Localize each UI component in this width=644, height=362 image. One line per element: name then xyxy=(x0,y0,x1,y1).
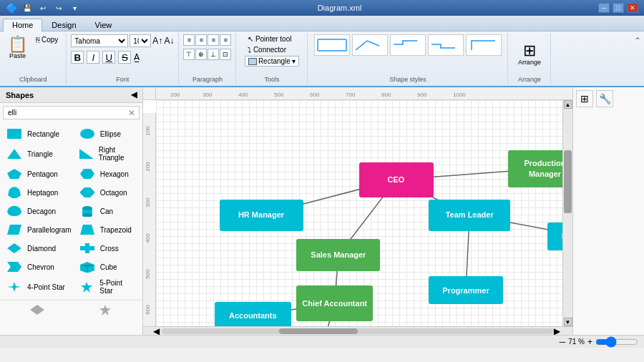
tab-design[interactable]: Design xyxy=(42,19,85,31)
pointer-tool-button[interactable]: ↖ Pointer tool xyxy=(245,34,295,44)
shape-item-triangle[interactable]: Triangle xyxy=(3,144,74,164)
node-acct[interactable]: Accountants xyxy=(215,302,291,327)
decrease-font-icon[interactable]: A↓ xyxy=(164,36,174,46)
align-left-button[interactable]: ≡ xyxy=(183,34,195,46)
scroll-down-button[interactable]: ▼ xyxy=(564,318,572,326)
shape-item-trapezoid[interactable]: Trapezoid xyxy=(76,221,140,238)
align-middle-button[interactable]: ⊕ xyxy=(195,49,207,60)
node-sales[interactable]: Sales Manager xyxy=(296,239,380,270)
svg-text:400: 400 xyxy=(145,233,151,243)
shape-item-5star[interactable]: 5-Point Star xyxy=(76,277,140,297)
align-bottom-button[interactable]: ⊥ xyxy=(208,49,219,60)
search-wrapper: ✕ xyxy=(0,103,142,122)
quick-save[interactable]: 💾 xyxy=(21,2,34,14)
svg-marker-18 xyxy=(7,262,21,272)
quick-dropdown[interactable]: ▾ xyxy=(68,2,81,14)
maximize-button[interactable]: □ xyxy=(613,3,624,13)
font-family-select[interactable]: Tahoma xyxy=(71,34,128,47)
shape-item-decagon[interactable]: Decagon xyxy=(3,202,74,220)
zoom-out-button[interactable]: ─ xyxy=(560,337,566,347)
can-icon xyxy=(79,205,96,217)
style-sample-3[interactable] xyxy=(390,34,426,56)
shape-item-chevron[interactable]: Chevron xyxy=(3,258,74,275)
quick-undo[interactable]: ↩ xyxy=(36,2,49,14)
node-chief[interactable]: Chief Accountant xyxy=(296,285,373,321)
ribbon-expand-icon[interactable]: ⌃ xyxy=(634,36,641,46)
zoom-slider[interactable] xyxy=(595,338,638,346)
ruler-left-svg: 100 200 300 400 500 600 700 xyxy=(143,113,156,326)
shape-styles-group: Shape styles xyxy=(308,33,508,84)
node-team[interactable]: Team Leader xyxy=(429,200,510,231)
node-prod[interactable]: Production Manager xyxy=(508,150,563,187)
style-sample-4[interactable] xyxy=(428,34,464,56)
shapes-collapse-icon[interactable]: ◀ xyxy=(131,90,137,99)
shape-select[interactable]: Rectangle ▾ xyxy=(245,56,299,67)
align-top-button[interactable]: ⊤ xyxy=(183,49,195,60)
minimize-button[interactable]: ─ xyxy=(598,3,610,13)
connector-tool-button[interactable]: ⤵ Connector xyxy=(245,45,289,54)
strikethrough-button[interactable]: S xyxy=(118,51,131,64)
arrange-button[interactable]: ⊞ Arrange xyxy=(514,41,545,68)
chevron-icon xyxy=(6,260,23,273)
copy-button[interactable]: ⎘ Copy xyxy=(32,34,62,45)
arrange-group: ⊞ Arrange Arrange xyxy=(508,33,551,84)
shape-item-hexagon[interactable]: Hexagon xyxy=(76,165,140,182)
scroll-left-button[interactable]: ◀ xyxy=(153,326,162,336)
scroll-thumb[interactable] xyxy=(279,328,358,334)
align-right-button[interactable]: ≡ xyxy=(208,34,219,46)
quick-redo[interactable]: ↪ xyxy=(52,2,65,14)
italic-button[interactable]: I xyxy=(87,51,99,64)
shape-item-ellipse[interactable]: Ellipse xyxy=(76,125,140,142)
font-color-icon[interactable]: A̲ xyxy=(134,52,140,62)
underline-button[interactable]: U xyxy=(102,51,115,64)
align-justify-button[interactable]: ≡ xyxy=(220,34,231,46)
node-hr[interactable]: HR Manager xyxy=(220,200,303,231)
font-group: Tahoma 10 A↑ A↓ B I U S A̲ Font xyxy=(67,33,179,84)
font-size-select[interactable]: 10 xyxy=(130,34,151,47)
align-center-button[interactable]: ≡ xyxy=(195,34,207,46)
shape-item-pentagon[interactable]: Pentagon xyxy=(3,165,74,182)
zoom-in-button[interactable]: + xyxy=(587,337,592,347)
horizontal-scrollbar[interactable]: ◀ ▶ xyxy=(143,326,572,335)
shape-item-diamond[interactable]: Diamond xyxy=(3,240,74,257)
increase-font-icon[interactable]: A↑ xyxy=(152,36,162,46)
shapes-grid: Rectangle Ellipse Triangle xyxy=(0,122,142,300)
tab-home[interactable]: Home xyxy=(3,19,42,31)
svg-text:100: 100 xyxy=(145,126,151,136)
svg-marker-16 xyxy=(7,243,21,253)
panel-icon-1[interactable]: ⊞ xyxy=(576,90,593,107)
shape-item-can[interactable]: Can xyxy=(76,202,140,220)
close-button[interactable]: ✕ xyxy=(627,3,638,13)
diagram-canvas[interactable]: CEOHR ManagerProduction ManagerTeam Lead… xyxy=(156,100,562,326)
shape-item-4star[interactable]: 4-Point Star xyxy=(3,277,74,297)
svg-text:600: 600 xyxy=(310,92,320,98)
rectangle-icon xyxy=(6,127,23,140)
paste-button[interactable]: 📋 Paste xyxy=(4,34,31,62)
shape-item-rectangle[interactable]: Rectangle xyxy=(3,125,74,142)
style-sample-2[interactable] xyxy=(352,34,388,56)
shape-item-cross[interactable]: Cross xyxy=(76,240,140,257)
shape-item-octagon[interactable]: Octagon xyxy=(76,184,140,201)
tab-view[interactable]: View xyxy=(86,19,122,31)
shape-item-right-triangle[interactable]: Right Triangle xyxy=(76,144,140,164)
shape-item-cube[interactable]: Cube xyxy=(76,258,140,275)
search-clear-icon[interactable]: ✕ xyxy=(128,108,135,118)
cross-icon xyxy=(79,242,96,255)
bold-button[interactable]: B xyxy=(71,51,84,64)
scroll-up-button[interactable]: ▲ xyxy=(564,100,572,109)
node-ceo[interactable]: CEO xyxy=(359,162,434,197)
shape-item-parallelogram[interactable]: Parallelogram xyxy=(3,221,74,238)
arrange-icon: ⊞ xyxy=(523,43,536,59)
shape-item-heptagon[interactable]: Heptagon xyxy=(3,184,74,201)
svg-text:200: 200 xyxy=(145,162,151,172)
shapes-search-input[interactable] xyxy=(3,106,140,119)
scroll-track[interactable] xyxy=(162,328,554,334)
scroll-right-button[interactable]: ▶ xyxy=(554,326,562,336)
svg-text:1000: 1000 xyxy=(453,92,466,98)
node-prog1[interactable]: Programmer xyxy=(547,222,562,250)
style-sample-1[interactable] xyxy=(314,34,350,56)
style-sample-5[interactable] xyxy=(466,34,502,56)
panel-icon-2[interactable]: 🔧 xyxy=(596,90,613,107)
node-prog2[interactable]: Programmer xyxy=(429,276,503,304)
align-dist-button[interactable]: ⊡ xyxy=(220,49,231,60)
